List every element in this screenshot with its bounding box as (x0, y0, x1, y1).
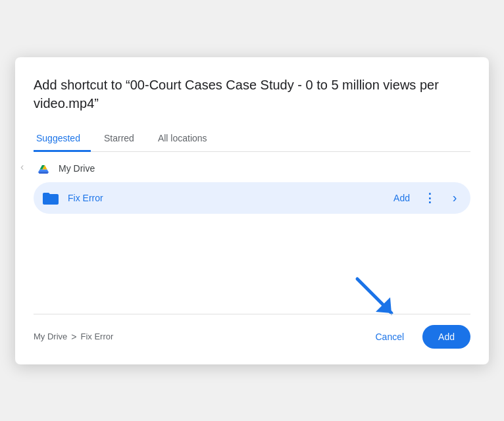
my-drive-icon (36, 161, 51, 176)
add-shortcut-dialog: Add shortcut to “00-Court Cases Case Stu… (15, 57, 489, 364)
breadcrumb-current: Fix Error (80, 332, 113, 341)
dialog-title: Add shortcut to “00-Court Cases Case Stu… (34, 76, 470, 112)
expand-folder-button[interactable]: › (444, 187, 465, 209)
breadcrumb-separator: > (71, 332, 76, 342)
scroll-left-indicator: ‹ (20, 161, 24, 173)
folder-row-fix-error[interactable]: Fix Error Add ⋮ › (34, 182, 470, 214)
folder-name: Fix Error (68, 193, 388, 203)
breadcrumb-root: My Drive (34, 332, 67, 341)
dialog-footer: My Drive > Fix Error Cancel Add (34, 314, 470, 349)
folder-icon (41, 191, 60, 205)
footer-buttons: Cancel Add (362, 325, 470, 349)
my-drive-section-header: My Drive (34, 152, 470, 182)
tab-bar: Suggested Starred All locations (34, 126, 470, 152)
more-options-button[interactable]: ⋮ (419, 187, 440, 209)
add-inline-button[interactable]: Add (388, 190, 415, 206)
svg-rect-0 (39, 172, 48, 174)
add-button[interactable]: Add (422, 325, 470, 349)
tab-all-locations[interactable]: All locations (155, 126, 218, 152)
empty-space (34, 216, 470, 309)
tab-suggested[interactable]: Suggested (34, 126, 91, 152)
my-drive-label: My Drive (59, 163, 95, 174)
tab-starred[interactable]: Starred (101, 126, 145, 152)
breadcrumb: My Drive > Fix Error (34, 332, 113, 342)
folder-actions: Add ⋮ › (388, 187, 465, 209)
cancel-button[interactable]: Cancel (362, 325, 417, 349)
